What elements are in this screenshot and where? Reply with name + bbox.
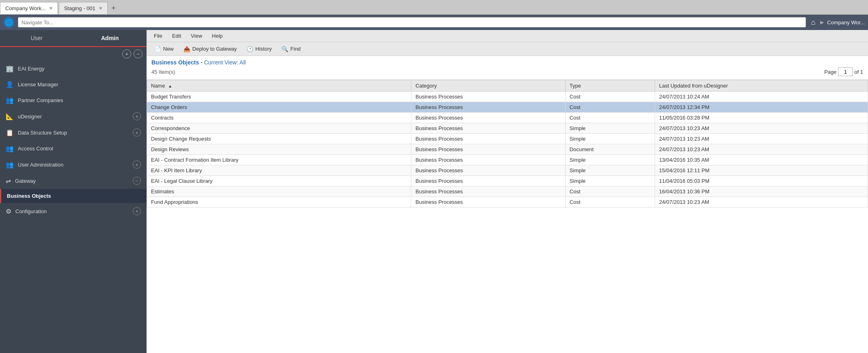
table-row[interactable]: Design Change RequestsBusiness Processes… bbox=[147, 134, 868, 144]
deploy-icon: 📤 bbox=[183, 46, 190, 52]
cell-updated: 24/07/2013 12:34 PM bbox=[655, 102, 868, 113]
expand-all-button[interactable]: + bbox=[122, 49, 131, 58]
collapse-all-button[interactable]: − bbox=[134, 49, 143, 58]
history-label: History bbox=[255, 46, 272, 52]
find-button[interactable]: 🔍 Find bbox=[277, 44, 305, 54]
table-row[interactable]: EAI - Contract Formation Item LibraryBus… bbox=[147, 155, 868, 165]
sidebar-label-udesigner: uDesigner bbox=[18, 113, 42, 120]
sidebar-label-license-manager: License Manager bbox=[18, 81, 58, 88]
page-input[interactable] bbox=[838, 67, 853, 76]
title-separator: - bbox=[200, 59, 204, 66]
home-button[interactable]: ⌂ bbox=[809, 18, 817, 27]
col-category[interactable]: Category bbox=[411, 80, 566, 92]
table-row[interactable]: Budget TransfersBusiness ProcessesCost24… bbox=[147, 92, 868, 102]
cell-category: Business Processes bbox=[411, 134, 566, 144]
deploy-button[interactable]: 📤 Deploy to Gateway bbox=[179, 44, 241, 54]
table-row[interactable]: Change OrdersBusiness ProcessesCost24/07… bbox=[147, 102, 868, 113]
sidebar-item-data-structure[interactable]: 📋 Data Structure Setup + bbox=[0, 124, 147, 141]
col-name[interactable]: Name ▲ bbox=[147, 80, 411, 92]
cell-type: Simple bbox=[565, 176, 655, 186]
content-title: Business Objects - Current View: All bbox=[151, 59, 863, 66]
address-input[interactable] bbox=[18, 17, 806, 28]
cell-name: EAI - KPI Item Library bbox=[147, 165, 411, 176]
cell-category: Business Processes bbox=[411, 92, 566, 102]
breadcrumb-text: Company Wor... bbox=[827, 19, 865, 26]
sidebar-item-eai-energy[interactable]: 🏢 EAI Energy bbox=[0, 61, 147, 77]
udesigner-icon: 📐 bbox=[6, 113, 14, 120]
table-row[interactable]: ContractsBusiness ProcessesCost11/05/201… bbox=[147, 113, 868, 123]
table-row[interactable]: EstimatesBusiness ProcessesCost16/04/201… bbox=[147, 186, 868, 197]
sort-name-icon: ▲ bbox=[168, 84, 172, 88]
items-count: 45 Item(s) bbox=[151, 69, 175, 75]
tab-staging[interactable]: Staging - 001 ✕ bbox=[59, 2, 107, 14]
sidebar-item-user-admin[interactable]: 👥 User Administration + bbox=[0, 156, 147, 173]
cell-category: Business Processes bbox=[411, 155, 566, 165]
table-row[interactable]: EAI - KPI Item LibraryBusiness Processes… bbox=[147, 165, 868, 176]
cell-type: Document bbox=[565, 144, 655, 155]
sidebar-label-partner-companies: Partner Companies bbox=[18, 97, 63, 103]
gateway-icon: ⇌ bbox=[6, 177, 11, 185]
breadcrumb-arrow: ▶ bbox=[820, 19, 824, 25]
deploy-label: Deploy to Gateway bbox=[192, 46, 237, 52]
cell-updated: 15/04/2016 12:11 PM bbox=[655, 165, 868, 176]
sidebar-item-configuration[interactable]: ⚙ Configuration + bbox=[0, 203, 147, 219]
sidebar-item-business-objects[interactable]: Business Objects bbox=[0, 189, 147, 203]
sidebar-item-access-control[interactable]: 👥 Access Control bbox=[0, 141, 147, 156]
cell-category: Business Processes bbox=[411, 144, 566, 155]
menu-edit[interactable]: Edit bbox=[168, 31, 185, 41]
cell-name: Budget Transfers bbox=[147, 92, 411, 102]
sidebar-item-license-manager[interactable]: 👤 License Manager bbox=[0, 77, 147, 92]
sidebar-item-udesigner[interactable]: 📐 uDesigner + bbox=[0, 108, 147, 124]
cell-type: Simple bbox=[565, 165, 655, 176]
cell-name: EAI - Contract Formation Item Library bbox=[147, 155, 411, 165]
user-admin-expand[interactable]: + bbox=[133, 160, 141, 169]
table-row[interactable]: CorrespondenceBusiness ProcessesSimple24… bbox=[147, 123, 868, 134]
menu-view[interactable]: View bbox=[187, 31, 206, 41]
sidebar-tab-user[interactable]: User bbox=[0, 30, 73, 46]
sidebar-item-partner-companies[interactable]: 👥 Partner Companies bbox=[0, 92, 147, 108]
cell-type: Simple bbox=[565, 123, 655, 134]
table-row[interactable]: EAI - Legal Clause LibraryBusiness Proce… bbox=[147, 176, 868, 186]
table-container: Name ▲ Category Type Last Updated from u… bbox=[147, 80, 868, 353]
cell-name: Estimates bbox=[147, 186, 411, 197]
cell-category: Business Processes bbox=[411, 186, 566, 197]
udesigner-expand[interactable]: + bbox=[133, 112, 141, 120]
tab-bar: Company Work... ✕ Staging - 001 ✕ + bbox=[0, 0, 868, 15]
cell-updated: 24/07/2013 10:23 AM bbox=[655, 144, 868, 155]
gateway-expand[interactable]: − bbox=[133, 177, 141, 185]
table-row[interactable]: Fund AppropriationsBusiness ProcessesCos… bbox=[147, 197, 868, 208]
col-updated[interactable]: Last Updated from uDesigner bbox=[655, 80, 868, 92]
cell-type: Cost bbox=[565, 186, 655, 197]
tab-close-staging[interactable]: ✕ bbox=[99, 6, 102, 11]
sidebar-label-eai-energy: EAI Energy bbox=[18, 66, 45, 72]
sidebar-tab-admin[interactable]: Admin bbox=[73, 30, 147, 46]
data-table: Name ▲ Category Type Last Updated from u… bbox=[147, 80, 868, 208]
of-label: of 1 bbox=[854, 69, 863, 75]
history-button[interactable]: 🕐 History bbox=[242, 44, 276, 54]
new-button[interactable]: 📄 New bbox=[150, 44, 178, 54]
cell-updated: 13/04/2016 10:35 AM bbox=[655, 155, 868, 165]
configuration-expand[interactable]: + bbox=[133, 207, 141, 215]
col-type[interactable]: Type bbox=[565, 80, 655, 92]
content-info: 45 Item(s) Page of 1 bbox=[151, 66, 863, 78]
globe-button[interactable]: 🌐 bbox=[3, 17, 15, 28]
new-tab-button[interactable]: + bbox=[108, 3, 119, 13]
sidebar-item-gateway[interactable]: ⇌ Gateway − bbox=[0, 173, 147, 189]
tab-close-company[interactable]: ✕ bbox=[49, 6, 53, 11]
sidebar-label-gateway: Gateway bbox=[15, 178, 36, 184]
tab-company-work[interactable]: Company Work... ✕ bbox=[0, 2, 58, 14]
cell-category: Business Processes bbox=[411, 102, 566, 113]
cell-category: Business Processes bbox=[411, 165, 566, 176]
eai-energy-icon: 🏢 bbox=[6, 65, 14, 73]
menu-help[interactable]: Help bbox=[208, 31, 227, 41]
sidebar-tabs: User Admin bbox=[0, 30, 147, 47]
cell-type: Cost bbox=[565, 197, 655, 208]
data-structure-expand[interactable]: + bbox=[133, 128, 141, 137]
title-main: Business Objects bbox=[151, 59, 199, 66]
cell-name: Contracts bbox=[147, 113, 411, 123]
table-row[interactable]: Design ReviewsBusiness ProcessesDocument… bbox=[147, 144, 868, 155]
cell-name: Fund Appropriations bbox=[147, 197, 411, 208]
menu-file[interactable]: File bbox=[150, 31, 166, 41]
license-manager-icon: 👤 bbox=[6, 81, 14, 88]
find-icon: 🔍 bbox=[281, 46, 288, 52]
